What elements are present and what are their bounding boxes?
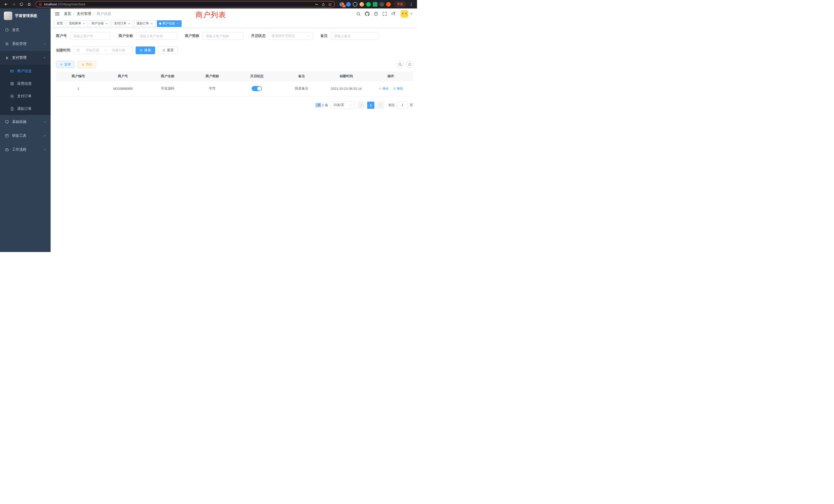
breadcrumb-payment[interactable]: 支付管理 [77,12,91,16]
page-content: 商户号 商户全称 商户简称 开启状态 请选择开启状态 [50,28,417,252]
browser-menu-icon[interactable] [408,1,414,8]
home-icon[interactable] [26,1,32,8]
tab-merchant-info[interactable]: 商户信息 [157,20,181,27]
table-row: 1 M233666999 芋道源码 芋艿 我是备注 2021-10-23 08:… [56,81,413,96]
close-icon[interactable] [105,22,108,25]
tab-pay-order[interactable]: 支付订单 [112,20,133,27]
status-toggle[interactable] [251,86,262,91]
sidebar-subitem-pay-order[interactable]: 支付订单 [0,90,50,102]
top-navbar: 首页 / 支付管理 / 商户信息 商户列表 TT [50,8,417,19]
reset-button[interactable]: 重置 [158,46,178,54]
password-key-icon[interactable] [315,3,319,6]
close-icon[interactable] [83,22,86,25]
pencil-icon [378,87,381,90]
extension-icon-5[interactable] [366,2,371,7]
search-button[interactable]: 搜索 [136,46,155,54]
sidebar-subitem-app-info[interactable]: 应用信息 [0,77,50,90]
font-size-icon[interactable]: TT [391,12,395,16]
cell-create-time: 2021-10-23 08:31:14 [324,81,369,96]
cell-status [235,81,279,96]
sidebar-item-infrastructure[interactable]: 基础设施 [0,115,50,129]
extension-icon-6[interactable] [373,2,377,7]
page-info-icon[interactable] [39,3,42,6]
close-icon[interactable] [128,22,131,25]
extension-icons: 10 [339,2,391,7]
cell-full-name: 芋道源码 [145,81,190,96]
col-remark: 备注 [279,72,324,81]
forward-icon[interactable] [10,1,17,8]
extension-icon-4[interactable] [359,2,364,7]
tab-user-group[interactable]: 用户分组 [89,20,110,27]
browser-update-button[interactable]: 更新 [394,1,406,7]
full-name-label: 商户全称 [118,33,133,38]
sidebar-item-home[interactable]: 首页 [0,23,50,37]
short-name-input[interactable] [202,32,243,40]
back-icon[interactable] [3,1,9,8]
address-bar[interactable]: localhost:1024/pay/merchant [36,1,335,7]
add-button[interactable]: 新增 [56,61,74,68]
github-icon[interactable] [365,12,370,16]
sidebar-item-devtools[interactable]: 研发工具 [0,129,50,143]
edit-link[interactable]: 修改 [378,87,389,91]
extension-icon-3[interactable] [353,2,357,7]
page-1-button[interactable]: 1 [367,101,374,109]
remark-input[interactable] [331,32,378,40]
sidebar-subitem-merchant-info[interactable]: 商户信息 [0,65,50,77]
close-icon[interactable] [176,22,179,25]
col-short-name: 商户简称 [190,72,235,81]
full-name-input[interactable] [136,32,177,40]
tab-home[interactable]: 首页 [54,20,65,27]
toggle-search-button[interactable] [397,61,404,68]
share-icon[interactable] [322,3,325,6]
sidebar: 芋道管理系统 首页 系统管理 ¥ 支付管理 [0,8,50,252]
delete-link[interactable]: 删除 [393,87,403,91]
plus-icon [60,63,63,66]
status-select[interactable]: 请选择开启状态 [269,32,313,40]
help-icon[interactable] [374,12,378,16]
target-icon [10,94,14,98]
export-button[interactable]: 导出 [78,61,96,68]
extension-icon-2[interactable] [346,2,351,7]
browser-toolbar: localhost:1024/pay/merchant 10 更新 [0,0,417,8]
merchant-no-input[interactable] [70,32,111,40]
breadcrumb-home[interactable]: 首页 [64,12,71,16]
goto-page-input[interactable] [397,101,408,109]
chevron-left-icon [359,104,363,107]
col-merchant-no: 商户号 [101,72,145,81]
close-icon[interactable] [150,22,153,25]
extension-icon-7[interactable] [379,2,384,7]
sidebar-item-system[interactable]: 系统管理 [0,37,50,51]
cell-merchant-id: 1 [56,81,101,96]
prev-page-button[interactable] [357,101,365,109]
caret-down-icon [410,12,413,16]
toolbox-icon [5,134,9,138]
app-logo[interactable]: 芋道管理系统 [0,8,50,23]
chevron-down-icon [307,35,310,38]
col-actions: 操作 [369,72,413,81]
chevron-down-icon [43,42,46,45]
fullscreen-icon[interactable] [382,12,387,16]
filter-row-1: 商户号 商户全称 商户简称 开启状态 请选择开启状态 [56,32,413,40]
page-size-select[interactable]: 10条/页 [331,101,355,109]
refresh-table-button[interactable] [406,61,413,68]
reload-icon[interactable] [18,1,25,8]
hamburger-icon[interactable] [55,11,60,17]
annotation-merchant-list: 商户列表 [195,10,226,20]
extension-icon-8[interactable] [386,2,391,7]
sidebar-item-workflow[interactable]: 工作流程 [0,143,50,157]
yen-icon: ¥ [5,56,9,60]
tab-process-form[interactable]: 流程表单 [66,20,88,27]
extension-icon-1[interactable]: 10 [339,2,344,7]
gear-icon [5,42,9,46]
briefcase-icon [5,147,9,152]
pagination: 共 1 条 10条/页 1 前往 页 [56,101,413,109]
cell-remark: 我是备注 [279,81,324,96]
user-avatar-menu[interactable] [400,10,413,18]
sidebar-item-payment[interactable]: ¥ 支付管理 [0,51,50,65]
bookmark-star-icon[interactable] [328,3,332,6]
tab-refund-order[interactable]: 退款订单 [134,20,156,27]
next-page-button[interactable] [377,101,384,109]
create-time-range-picker[interactable]: 开始日期 - 结束日期 [73,46,132,54]
sidebar-subitem-refund-order[interactable]: 退款订单 [0,102,50,115]
search-icon[interactable] [356,12,361,16]
